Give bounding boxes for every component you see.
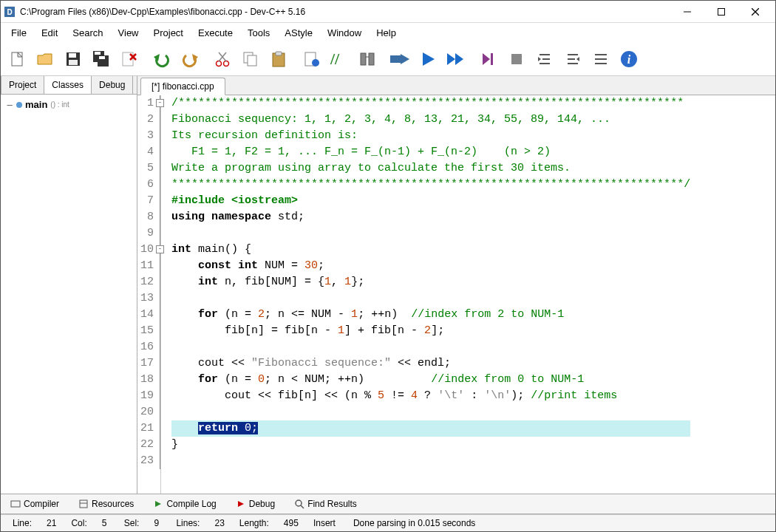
side-tab-classes[interactable]: Classes bbox=[44, 76, 92, 94]
svg-rect-56 bbox=[11, 501, 20, 507]
svg-point-61 bbox=[296, 500, 302, 506]
svg-rect-15 bbox=[99, 56, 105, 59]
side-tabs: ProjectClassesDebug bbox=[1, 76, 137, 95]
tree-label: main bbox=[25, 99, 47, 110]
bottom-tab-resources[interactable]: Resources bbox=[72, 496, 140, 512]
side-tab-project[interactable]: Project bbox=[1, 76, 44, 94]
svg-marker-36 bbox=[401, 54, 409, 64]
bottom-tab-compiler[interactable]: Compiler bbox=[4, 496, 66, 512]
tab-icon bbox=[78, 499, 89, 509]
status-col-label: Col: bbox=[65, 518, 92, 528]
status-length-value: 495 bbox=[278, 518, 304, 528]
editor-tabs: [*] fibonacci.cpp bbox=[137, 76, 775, 95]
menu-astyle[interactable]: AStyle bbox=[277, 24, 320, 41]
svg-marker-37 bbox=[423, 52, 435, 66]
stop-button[interactable] bbox=[503, 46, 530, 72]
run-fast-button[interactable] bbox=[443, 46, 469, 72]
format-button[interactable] bbox=[588, 46, 614, 72]
save-all-button[interactable] bbox=[88, 46, 115, 72]
menu-window[interactable]: Window bbox=[320, 24, 369, 41]
status-lines-label: Lines: bbox=[170, 518, 205, 528]
menu-project[interactable]: Project bbox=[146, 24, 191, 41]
comment-button[interactable]: // bbox=[326, 46, 353, 72]
content-area: ProjectClassesDebug – main () : int [*] … bbox=[1, 76, 775, 494]
run-button[interactable] bbox=[415, 46, 441, 72]
svg-text:i: i bbox=[627, 53, 631, 66]
svg-rect-13 bbox=[95, 52, 101, 55]
svg-rect-32 bbox=[361, 53, 366, 65]
side-panel: ProjectClassesDebug – main () : int bbox=[1, 76, 137, 494]
debug-skip-button[interactable] bbox=[475, 46, 502, 72]
bottom-tabs: CompilerResourcesCompile LogDebugFind Re… bbox=[1, 494, 775, 514]
tree-toggle-icon[interactable]: – bbox=[5, 99, 14, 110]
class-browser[interactable]: – main () : int bbox=[1, 95, 137, 494]
status-sel-label: Sel: bbox=[118, 518, 146, 528]
tab-icon bbox=[153, 499, 163, 509]
class-main[interactable]: – main () : int bbox=[4, 98, 134, 112]
tab-icon bbox=[10, 499, 21, 509]
about-button[interactable]: i bbox=[616, 46, 642, 72]
menu-edit[interactable]: Edit bbox=[34, 24, 65, 41]
menu-search[interactable]: Search bbox=[65, 24, 110, 41]
svg-text:D: D bbox=[7, 8, 12, 16]
svg-marker-60 bbox=[238, 501, 244, 507]
maximize-button[interactable] bbox=[704, 1, 738, 22]
status-line-label: Line: bbox=[7, 518, 38, 528]
svg-rect-11 bbox=[69, 60, 78, 65]
copy-button[interactable] bbox=[237, 46, 264, 72]
svg-rect-35 bbox=[390, 55, 401, 63]
tab-fibonacci[interactable]: [*] fibonacci.cpp bbox=[140, 78, 225, 95]
bottom-tab-debug[interactable]: Debug bbox=[229, 496, 282, 512]
code-editor[interactable]: 1-2345678910-11121314151617181920212223 … bbox=[137, 95, 775, 494]
menu-view[interactable]: View bbox=[111, 24, 146, 41]
window-controls bbox=[670, 1, 772, 22]
svg-rect-57 bbox=[80, 500, 87, 508]
minimize-button[interactable] bbox=[670, 1, 704, 22]
svg-marker-8 bbox=[38, 54, 52, 64]
svg-marker-38 bbox=[447, 53, 455, 65]
svg-point-30 bbox=[312, 59, 319, 66]
menu-tools[interactable]: Tools bbox=[240, 24, 277, 41]
bottom-tab-find-results[interactable]: Find Results bbox=[287, 496, 364, 512]
open-file-button[interactable] bbox=[32, 46, 58, 72]
bottom-tab-compile-log[interactable]: Compile Log bbox=[146, 496, 222, 512]
menu-execute[interactable]: Execute bbox=[191, 24, 240, 41]
titlebar: D C:\Program Files (x86)\Dev-Cpp\Example… bbox=[1, 1, 775, 23]
status-lines-value: 23 bbox=[208, 518, 230, 528]
compile-run-button[interactable] bbox=[387, 46, 413, 72]
svg-rect-26 bbox=[248, 55, 256, 66]
cut-button[interactable] bbox=[209, 46, 236, 72]
menu-file[interactable]: File bbox=[4, 24, 34, 41]
find-button[interactable] bbox=[354, 46, 381, 72]
side-tab-debug[interactable]: Debug bbox=[91, 76, 133, 94]
tab-icon bbox=[236, 499, 246, 509]
svg-marker-40 bbox=[483, 53, 490, 65]
new-file-button[interactable] bbox=[4, 46, 30, 72]
redo-button[interactable] bbox=[177, 46, 203, 72]
svg-marker-50 bbox=[576, 57, 579, 61]
svg-rect-3 bbox=[718, 8, 725, 15]
properties-button[interactable] bbox=[298, 46, 324, 72]
svg-rect-6 bbox=[12, 52, 22, 66]
line-number-gutter: 1-2345678910-11121314151617181920212223 bbox=[137, 95, 161, 494]
menu-help[interactable]: Help bbox=[369, 24, 404, 41]
paste-button[interactable] bbox=[265, 46, 292, 72]
status-message: Done parsing in 0.015 seconds bbox=[347, 518, 481, 528]
svg-text://: // bbox=[330, 50, 340, 68]
close-button[interactable] bbox=[738, 1, 772, 22]
menubar: FileEditSearchViewProjectExecuteToolsASt… bbox=[1, 23, 775, 43]
svg-marker-39 bbox=[455, 53, 463, 65]
status-sel-value: 9 bbox=[148, 518, 167, 528]
code-content[interactable]: /***************************************… bbox=[161, 95, 690, 494]
svg-marker-46 bbox=[538, 57, 541, 61]
tab-icon bbox=[294, 499, 304, 509]
svg-point-22 bbox=[224, 61, 229, 66]
close-file-button[interactable] bbox=[116, 46, 143, 72]
status-line-value: 21 bbox=[41, 518, 62, 528]
svg-marker-59 bbox=[155, 501, 161, 507]
method-icon bbox=[16, 102, 22, 108]
undo-button[interactable] bbox=[149, 46, 175, 72]
save-button[interactable] bbox=[60, 46, 86, 72]
indent-in-button[interactable] bbox=[559, 46, 586, 72]
indent-out-button[interactable] bbox=[531, 46, 558, 72]
